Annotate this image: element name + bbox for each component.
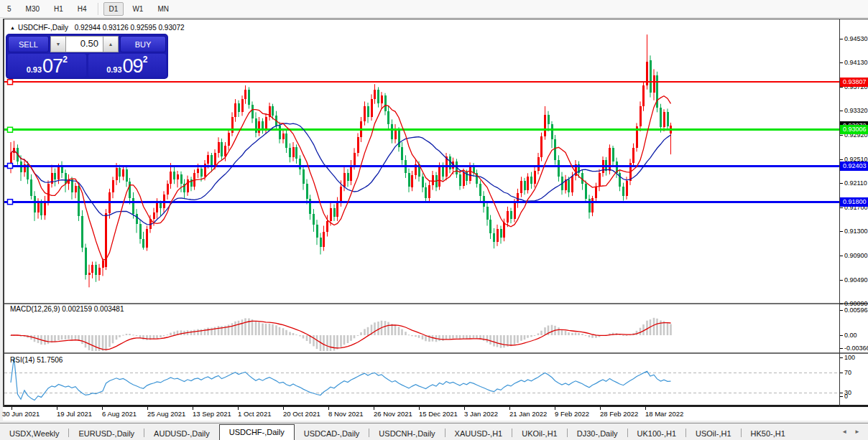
tab-eurusd[interactable]: EURUSD-,Daily [69,427,144,440]
macd-header: MACD(12,26,9) 0.002159 0.003481 [10,305,124,313]
volume-increase-button[interactable]: ▲ [103,36,119,52]
date-axis: 30 Jun 202119 Jul 20216 Aug 202125 Aug 2… [3,407,868,421]
tab-usdcad[interactable]: USDCAD-,Daily [295,427,369,440]
buy-price-point: 2 [143,55,148,65]
date-axis-label: 1 Oct 2021 [238,410,271,418]
sell-price-point: 2 [63,55,68,65]
price-line-tag: 0.93807 [840,78,868,87]
rsi-axis-label: 0 [844,393,848,401]
macd-axis-label: 0.005963 [844,306,868,314]
price-axis-label: 0.91300 [844,228,868,235]
buy-price-prefix: 0.93 [106,65,121,74]
price-axis-label: 0.93320 [844,107,868,115]
date-axis-label: 21 Jan 2022 [509,410,547,418]
volume-input[interactable]: 0.50 [66,36,103,52]
sell-price-quote[interactable]: 0.93 07 2 [8,54,86,77]
price-axis-label: 0.90490 [844,276,868,284]
date-axis-label: 8 Nov 2021 [328,410,364,418]
one-click-trading-panel: SELL ▼ 0.50 ▲ BUY 0.93 07 2 0.93 09 2 [6,34,167,78]
buy-price-pips: 09 [123,57,143,75]
date-axis-label: 30 Jun 2021 [2,410,40,418]
sell-price-pips: 07 [42,57,63,75]
price-line-tag: 0.91800 [840,197,868,207]
date-axis-label: 18 Mar 2022 [645,410,683,418]
price-line-tag: 0.93006 [840,125,868,134]
date-axis-label: 15 Dec 2021 [419,410,458,418]
rsi-canvas[interactable] [4,355,839,405]
tab-xauusd[interactable]: XAUUSD-,H1 [445,427,512,440]
trading-app: { "toolbar": { "timeframes": ["5", "M30"… [0,0,868,440]
tab-usdx[interactable]: USDX,Weekly [0,427,68,440]
timeframe-button-h1[interactable]: H1 [48,2,69,16]
tab-dj30[interactable]: DJ30-,Daily [568,427,627,440]
date-axis-label: 6 Aug 2021 [102,410,137,418]
timeframe-button-m30[interactable]: M30 [20,2,45,16]
rsi-axis-label: 70 [844,369,851,377]
date-axis-label: 20 Oct 2021 [283,410,320,418]
collapse-triangle-icon[interactable]: ▲ [10,25,15,30]
macd-canvas[interactable] [4,304,839,352]
date-axis-label: 3 Jan 2022 [464,410,498,418]
price-line-tag: 0.92403 [840,162,868,171]
toolbar-separator [98,3,98,15]
date-axis-label: 9 Feb 2022 [555,410,589,418]
chart-window: ▲USDCHF-,Daily 0.92944 0.93126 0.92595 0… [3,19,868,407]
price-axis-label: 0.92110 [844,179,867,187]
sell-button[interactable]: SELL [8,36,49,52]
price-axis-label: 0.94130 [844,59,868,67]
tab-ukoil[interactable]: UKOil-,H1 [512,427,567,440]
volume-decrease-button[interactable]: ▼ [50,36,66,52]
timeframe-button-w1[interactable]: W1 [126,2,149,16]
timeframe-button-d1[interactable]: D1 [103,2,124,16]
rsi-axis-label: 100 [844,354,855,362]
tab-usdchf[interactable]: USDCHF-,Daily [219,424,295,440]
date-axis-label: 28 Feb 2022 [600,410,638,418]
timeframe-button-mn[interactable]: MN [152,2,175,16]
rsi-header: RSI(14) 51.7506 [10,356,63,364]
tab-audusd[interactable]: AUDUSD-,Daily [144,427,219,440]
chart-symbol-label: USDCHF-,Daily [18,24,68,32]
tab-scroll-right-icon[interactable]: ► [851,429,864,435]
chart-ohlc-values: 0.92944 0.93126 0.92595 0.93072 [75,24,185,32]
macd-axis-label: -0.003664 [844,345,868,352]
date-axis-label: 13 Sep 2021 [193,410,231,418]
pane-divider[interactable] [4,352,868,354]
date-axis-label: 25 Aug 2021 [147,410,185,418]
sell-price-prefix: 0.93 [27,65,42,74]
tab-hk50[interactable]: HK50-,H1 [742,427,795,440]
macd-axis-label: 0.00 [844,332,857,340]
timeframe-button-h4[interactable]: H4 [72,2,93,16]
tab-uk100[interactable]: UK100-,H1 [628,427,685,440]
volume-stepper: ▼ 0.50 ▲ [50,36,119,52]
chart-title: ▲USDCHF-,Daily 0.92944 0.93126 0.92595 0… [10,24,185,32]
price-axis-label: 0.94530 [844,35,868,43]
date-axis-label: 26 Nov 2021 [374,410,412,418]
timeframe-button-5[interactable]: 5 [1,2,17,16]
tab-usdcnh[interactable]: USDCNH-,Daily [369,427,444,440]
date-axis-label: 19 Jul 2021 [57,410,92,418]
timeframe-toolbar: 5M30H1H4D1W1MN [0,0,868,18]
symbol-tab-bar: USDX,WeeklyEURUSD-,DailyAUDUSD-,DailyUSD… [0,423,868,440]
tab-usoil[interactable]: USOil-,H1 [686,427,741,440]
buy-button[interactable]: BUY [120,36,166,52]
price-axis-label: 0.90900 [844,252,868,260]
buy-price-quote[interactable]: 0.93 09 2 [88,54,167,77]
tab-scroll-left-icon[interactable]: ◄ [838,429,851,435]
